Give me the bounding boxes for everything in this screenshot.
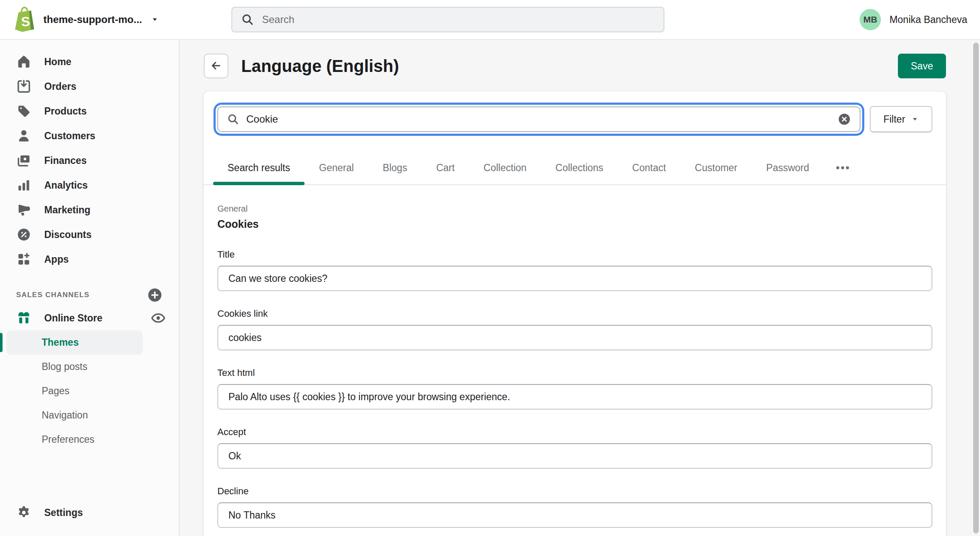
sales-channels-header: SALES CHANNELS [0,284,179,306]
user-menu[interactable]: MB Monika Bancheva [860,9,967,30]
active-indicator-bar [0,333,3,352]
sidebar-item-preferences[interactable]: Preferences [6,427,143,452]
apps-grid-icon [16,252,31,267]
tab-customer[interactable]: Customer [681,151,752,184]
ellipsis-icon [835,160,851,176]
sidebar-item-analytics[interactable]: Analytics [0,173,179,198]
orders-icon [16,79,31,94]
tab-password[interactable]: Password [752,151,823,184]
search-results-panel: General Cookies Title Cookies link Text … [217,185,932,528]
cookies-link-input[interactable] [217,325,932,350]
search-icon [227,113,239,126]
person-icon [16,128,31,143]
field-label: Title [217,249,932,260]
field-label: Cookies link [217,308,932,319]
svg-text:S: S [21,14,31,29]
search-icon [241,13,254,26]
tab-blogs[interactable]: Blogs [368,151,422,184]
sidebar-item-finances[interactable]: Finances [0,148,179,173]
sidebar-item-online-store[interactable]: Online Store [0,306,179,330]
eye-icon [151,310,166,326]
translation-search[interactable] [217,106,860,132]
page-title: Language (English) [241,57,399,76]
storefront-icon [16,310,31,326]
decline-input[interactable] [217,502,932,528]
arrow-left-icon [210,60,222,72]
field-cookies-link: Cookies link [217,308,932,350]
field-label: Text html [217,367,932,378]
section-label: General [217,204,932,214]
field-decline: Decline [217,486,932,528]
tab-collections[interactable]: Collections [541,151,618,184]
sidebar-item-home[interactable]: Home [0,49,179,74]
field-text-html: Text html [217,367,932,410]
main-content: Language (English) Save Filter Search r [179,40,980,536]
field-title: Title [217,249,932,291]
tab-general[interactable]: General [305,151,368,184]
sidebar-item-settings[interactable]: Settings [0,500,179,525]
view-store-button[interactable] [151,310,166,326]
vertical-scrollbar[interactable] [973,43,979,533]
sidebar-item-products[interactable]: Products [0,99,179,123]
sidebar-item-themes[interactable]: Themes [6,330,143,355]
topbar: S theme-support-mo... MB Monika Bancheva [0,0,980,40]
sidebar-item-discounts[interactable]: Discounts [0,222,179,247]
tab-collection[interactable]: Collection [469,151,541,184]
sidebar-item-orders[interactable]: Orders [0,74,179,99]
tab-bar: Search results General Blogs Cart Collec… [204,151,946,185]
sidebar: Home Orders Products Customers Finances … [0,40,179,536]
clear-search-button[interactable] [838,112,851,126]
back-button[interactable] [204,54,228,78]
chevron-down-icon [911,115,919,123]
add-sales-channel-button[interactable] [147,287,162,303]
gear-icon [16,505,31,520]
sidebar-item-pages[interactable]: Pages [6,379,143,403]
section-title: Cookies [217,218,932,230]
text-html-input[interactable] [217,384,932,410]
translations-card: Filter Search results General Blogs Cart… [204,92,946,536]
plus-circle-icon [147,287,162,303]
global-search-input[interactable] [262,14,655,26]
tab-search-results[interactable]: Search results [213,151,305,184]
sidebar-item-blog-posts[interactable]: Blog posts [6,355,143,379]
title-input[interactable] [217,266,932,291]
clear-circle-icon [838,112,851,126]
tag-icon [16,103,31,119]
field-label: Decline [217,486,932,497]
save-button[interactable]: Save [898,54,946,78]
tab-cart[interactable]: Cart [422,151,469,184]
banknote-icon [16,153,31,168]
sidebar-item-customers[interactable]: Customers [0,123,179,148]
megaphone-icon [16,202,31,218]
field-label: Accept [217,427,932,438]
sidebar-item-marketing[interactable]: Marketing [0,198,179,222]
filter-button[interactable]: Filter [870,106,932,132]
sidebar-item-apps[interactable]: Apps [0,247,179,272]
field-accept: Accept [217,427,932,469]
bar-chart-icon [16,178,31,193]
avatar: MB [860,9,881,30]
global-search[interactable] [231,7,664,32]
home-icon [16,54,31,69]
translation-search-input[interactable] [246,113,831,125]
sidebar-item-navigation[interactable]: Navigation [6,403,143,427]
store-switcher[interactable]: theme-support-mo... [43,14,159,26]
accept-input[interactable] [217,443,932,469]
chevron-down-icon [151,15,159,24]
more-tabs-button[interactable] [823,151,862,184]
shopify-logo-icon: S [13,6,37,33]
tab-contact[interactable]: Contact [618,151,680,184]
store-name: theme-support-mo... [43,14,142,26]
user-name: Monika Bancheva [889,14,967,26]
page-header: Language (English) Save [204,54,946,78]
discount-badge-icon [16,227,31,242]
